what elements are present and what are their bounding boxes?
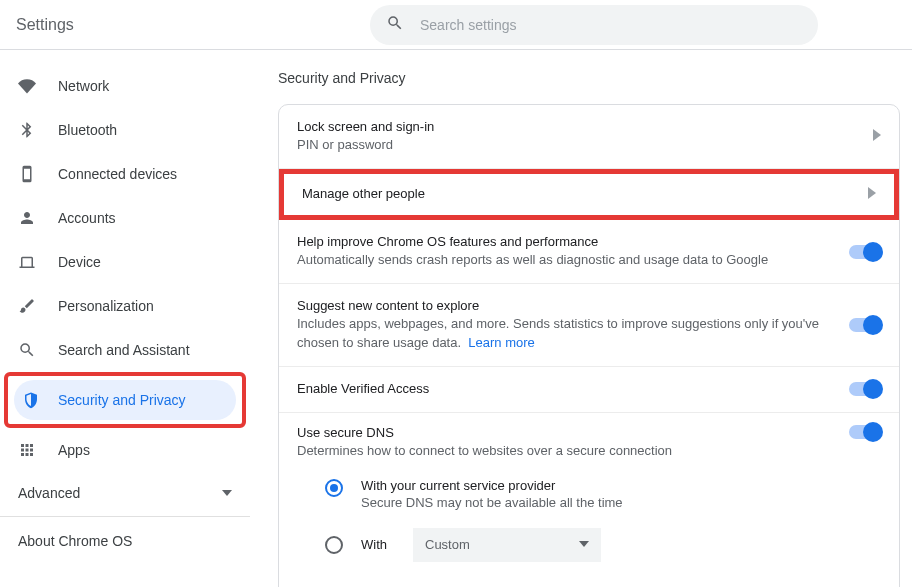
dns-custom-select[interactable]: Custom: [413, 528, 601, 562]
row-title: Suggest new content to explore: [297, 298, 849, 313]
toggle-verified-access[interactable]: [849, 382, 881, 396]
laptop-icon: [18, 253, 36, 271]
sidebar-advanced[interactable]: Advanced: [0, 474, 250, 512]
apps-icon: [18, 441, 36, 459]
chevron-down-icon: [579, 537, 589, 552]
radio-icon: [325, 479, 343, 497]
dns-option-custom[interactable]: With Custom: [325, 528, 881, 562]
sidebar-highlight-frame: Security and Privacy: [4, 372, 246, 428]
wifi-icon: [18, 77, 36, 95]
brush-icon: [18, 297, 36, 315]
sidebar-item-label: Security and Privacy: [58, 392, 186, 408]
row-manage-people[interactable]: Manage other people: [284, 174, 894, 215]
row-title: Manage other people: [302, 186, 425, 201]
row-sub: PIN or password: [297, 136, 873, 154]
search-container[interactable]: [370, 5, 818, 45]
chevron-right-icon: [873, 129, 881, 144]
radio-title: With: [361, 537, 387, 552]
sidebar-item-personalization[interactable]: Personalization: [0, 284, 250, 328]
row-title: Lock screen and sign-in: [297, 119, 873, 134]
bluetooth-icon: [18, 121, 36, 139]
row-highlight-frame: Manage other people: [279, 169, 899, 220]
sidebar-item-search-assistant[interactable]: Search and Assistant: [0, 328, 250, 372]
row-suggest-content: Suggest new content to explore Includes …: [279, 284, 899, 366]
row-verified-access: Enable Verified Access: [279, 367, 899, 413]
sidebar-item-label: Apps: [58, 442, 90, 458]
search-icon: [386, 14, 404, 35]
settings-card: Lock screen and sign-in PIN or password …: [278, 104, 900, 587]
search-input[interactable]: [420, 17, 802, 33]
sidebar-item-label: Network: [58, 78, 109, 94]
select-value: Custom: [425, 537, 470, 552]
radio-sub: Secure DNS may not be available all the …: [361, 495, 623, 510]
sidebar-item-label: Bluetooth: [58, 122, 117, 138]
radio-icon: [325, 536, 343, 554]
row-title: Use secure DNS: [297, 425, 672, 440]
chevron-right-icon: [868, 187, 876, 202]
chevron-down-icon: [222, 485, 232, 501]
toggle-suggest-content[interactable]: [849, 318, 881, 332]
learn-more-link[interactable]: Learn more: [468, 335, 534, 350]
person-icon: [18, 209, 36, 227]
toggle-help-improve[interactable]: [849, 245, 881, 259]
search-icon: [18, 341, 36, 359]
toggle-secure-dns[interactable]: [849, 425, 881, 439]
sidebar-about[interactable]: About Chrome OS: [0, 517, 250, 565]
sidebar-item-apps[interactable]: Apps: [0, 428, 250, 472]
sidebar-item-connected-devices[interactable]: Connected devices: [0, 152, 250, 196]
sidebar-item-label: Connected devices: [58, 166, 177, 182]
sidebar-item-label: Personalization: [58, 298, 154, 314]
sidebar-item-device[interactable]: Device: [0, 240, 250, 284]
phone-icon: [18, 165, 36, 183]
row-help-improve: Help improve Chrome OS features and perf…: [279, 220, 899, 284]
row-title: Enable Verified Access: [297, 381, 849, 396]
sidebar-item-security-privacy[interactable]: Security and Privacy: [14, 380, 236, 420]
row-sub: Determines how to connect to websites ov…: [297, 442, 672, 460]
row-sub: Automatically sends crash reports as wel…: [297, 251, 849, 269]
radio-title: With your current service provider: [361, 478, 623, 493]
section-title: Security and Privacy: [278, 70, 900, 86]
sidebar-item-bluetooth[interactable]: Bluetooth: [0, 108, 250, 152]
row-lock-screen[interactable]: Lock screen and sign-in PIN or password: [279, 105, 899, 169]
row-secure-dns: Use secure DNS Determines how to connect…: [279, 413, 899, 587]
row-sub: Includes apps, webpages, and more. Sends…: [297, 315, 849, 351]
sidebar-item-network[interactable]: Network: [0, 64, 250, 108]
page-title: Settings: [16, 16, 74, 34]
sidebar-item-accounts[interactable]: Accounts: [0, 196, 250, 240]
dns-option-current-provider[interactable]: With your current service provider Secur…: [325, 478, 881, 510]
sidebar-item-label: Search and Assistant: [58, 342, 190, 358]
sidebar-advanced-label: Advanced: [18, 485, 80, 501]
sidebar-item-label: Device: [58, 254, 101, 270]
row-title: Help improve Chrome OS features and perf…: [297, 234, 849, 249]
shield-icon: [22, 391, 40, 409]
sidebar-item-label: Accounts: [58, 210, 116, 226]
